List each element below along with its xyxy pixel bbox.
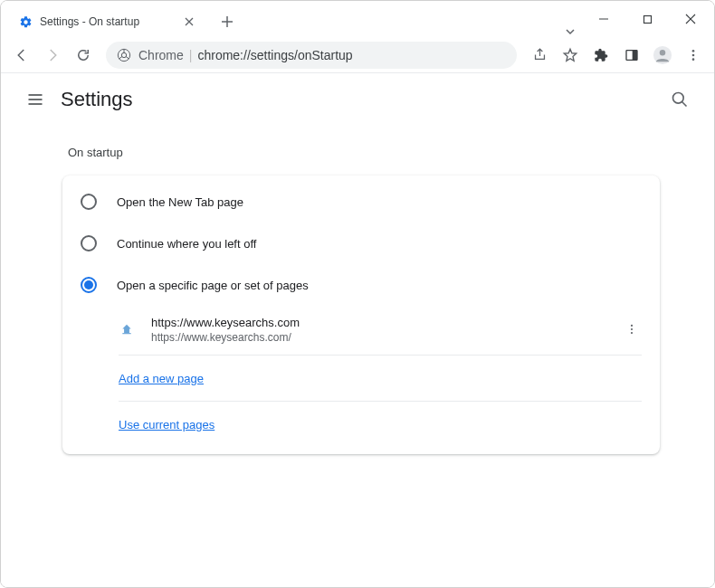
back-button[interactable] [8,42,35,69]
extensions-button[interactable] [587,42,615,69]
add-page-row: Add a new page [119,356,642,402]
content-area: Settings On startup Open the New Tab pag… [1,73,714,587]
sidepanel-button[interactable] [618,42,645,69]
svg-point-7 [692,50,695,52]
startup-page-text: https://www.keysearchs.com https://www.k… [151,316,622,344]
svg-rect-11 [122,333,130,334]
browser-tab[interactable]: Settings - On startup [8,6,205,37]
startup-card: Open the New Tab page Continue where you… [62,175,660,454]
radio-icon [81,235,97,251]
svg-point-10 [673,93,684,104]
browser-window: Settings - On startup [0,0,715,588]
close-tab-button[interactable] [182,14,196,29]
svg-point-9 [692,58,695,61]
url-separator: | [189,48,193,62]
svg-point-13 [631,328,633,330]
radio-icon [81,277,97,293]
use-current-pages-link[interactable]: Use current pages [119,418,214,432]
section-title: On startup [68,146,654,159]
page-favicon [119,321,135,337]
window-controls [586,1,714,37]
svg-point-12 [631,325,633,327]
svg-point-8 [692,53,695,56]
radio-label: Open a specific page or set of pages [117,279,309,292]
use-current-row: Use current pages [119,402,642,449]
bookmark-button[interactable] [557,42,584,69]
page-more-button[interactable] [622,315,642,344]
search-settings-button[interactable] [663,83,696,116]
radio-icon [81,194,97,210]
startup-page-item: https://www.keysearchs.com https://www.k… [119,306,642,356]
profile-button[interactable] [649,42,676,69]
svg-point-14 [631,332,633,334]
radio-label: Continue where you left off [117,237,256,251]
titlebar: Settings - On startup [1,1,714,37]
url-text: chrome://settings/onStartup [197,48,352,62]
radio-continue[interactable]: Continue where you left off [62,223,660,264]
toolbar: Chrome | chrome://settings/onStartup [1,37,714,73]
svg-rect-4 [633,50,637,60]
add-new-page-link[interactable]: Add a new page [119,372,204,385]
radio-specific-pages[interactable]: Open a specific page or set of pages [62,264,660,306]
settings-header: Settings [1,73,714,126]
gear-icon [19,15,33,29]
share-button[interactable] [526,42,553,69]
startup-page-url: https://www.keysearchs.com/ [151,331,622,344]
maximize-button[interactable] [629,5,665,33]
new-tab-button[interactable] [214,9,240,34]
forward-button[interactable] [39,42,66,69]
tab-search-button[interactable] [555,26,586,37]
tab-title: Settings - On startup [40,15,182,28]
radio-new-tab[interactable]: Open the New Tab page [62,181,660,223]
chrome-icon [117,48,131,62]
url-chip: Chrome [138,48,184,62]
minimize-button[interactable] [586,5,622,33]
hamburger-menu-button[interactable] [19,83,52,116]
svg-point-6 [660,50,665,55]
address-bar[interactable]: Chrome | chrome://settings/onStartup [106,42,517,69]
close-window-button[interactable] [672,5,709,33]
startup-page-title: https://www.keysearchs.com [151,316,622,329]
page-title: Settings [61,88,133,111]
reload-button[interactable] [70,42,97,69]
settings-page: On startup Open the New Tab page Continu… [1,126,714,454]
radio-label: Open the New Tab page [117,195,243,209]
menu-button[interactable] [680,42,707,69]
svg-rect-0 [644,15,651,23]
startup-pages-list: https://www.keysearchs.com https://www.k… [119,306,642,449]
